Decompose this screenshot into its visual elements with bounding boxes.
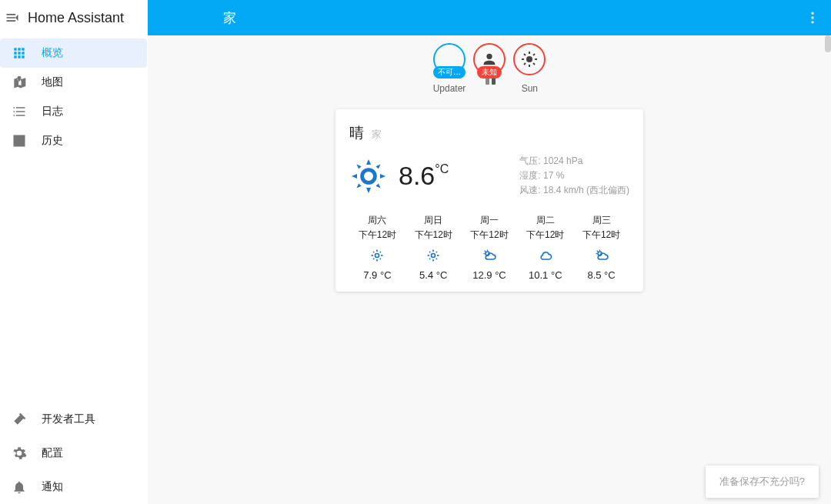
forecast-icon (573, 246, 629, 265)
sidebar-item-label: 历史 (42, 134, 63, 148)
forecast-item: 周日下午12时5.4 °C (405, 214, 462, 281)
nav-top: 概览 地图 日志 历史 (0, 35, 147, 155)
forecast-time: 下午12时 (405, 229, 462, 242)
forecast-time: 下午12时 (573, 229, 629, 242)
badge-circle (513, 43, 546, 75)
weather-card[interactable]: 晴 家 8.6°C 气压: 1024 hPa 湿度: 17 % 风速: 18.4… (335, 109, 643, 292)
weather-main-row: 8.6°C 气压: 1024 hPa 湿度: 17 % 风速: 18.4 km/… (349, 154, 629, 199)
forecast-temp: 5.4 °C (405, 269, 462, 281)
grid-icon (11, 45, 28, 62)
badge-circle: 未知 (473, 43, 506, 75)
sidebar-item-map[interactable]: 地图 (0, 68, 147, 97)
forecast-day: 周二 (517, 214, 573, 227)
svg-line-28 (373, 258, 374, 259)
bell-icon (11, 479, 28, 496)
svg-line-29 (380, 252, 381, 252)
sidebar-item-label: 日志 (42, 105, 63, 118)
svg-line-9 (533, 63, 535, 65)
menu-collapse-icon[interactable] (3, 8, 22, 27)
svg-line-35 (429, 252, 430, 252)
weather-temp: 8.6°C (399, 161, 449, 191)
overflow-menu-icon[interactable] (803, 8, 822, 27)
hammer-icon (11, 411, 28, 428)
chart-icon (11, 132, 28, 149)
forecast-item: 周三下午12时8.5 °C (573, 214, 629, 281)
list-icon (11, 103, 28, 120)
topbar-title: 家 (223, 9, 236, 27)
badge-person[interactable]: 未知 (473, 43, 506, 94)
sidebar-item-logbook[interactable]: 日志 (0, 97, 147, 126)
app-title: Home Assistant (28, 10, 124, 26)
forecast-day: 周一 (462, 214, 518, 227)
svg-line-46 (596, 250, 597, 251)
svg-marker-15 (352, 174, 357, 179)
svg-line-27 (380, 258, 381, 259)
svg-marker-19 (356, 183, 361, 188)
svg-point-0 (811, 12, 813, 15)
badge-circle: 不可… (433, 43, 466, 75)
svg-line-26 (373, 252, 374, 252)
svg-marker-13 (366, 159, 371, 165)
card-header: 晴 家 (349, 123, 629, 143)
badge-updater[interactable]: 不可… Updater (433, 43, 466, 94)
sidebar: Home Assistant 概览 地图 日志 (0, 0, 148, 504)
weather-attrs: 气压: 1024 hPa 湿度: 17 % 风速: 18.4 km/h (西北偏… (519, 154, 629, 199)
forecast-temp: 12.9 °C (462, 269, 518, 281)
sidebar-item-devtools[interactable]: 开发者工具 (0, 402, 147, 436)
forecast-time: 下午12时 (517, 229, 573, 242)
svg-line-42 (485, 250, 486, 251)
svg-line-37 (429, 258, 430, 259)
sun-icon (520, 50, 539, 68)
forecast-row: 周六下午12时7.9 °C周日下午12时5.4 °C周一下午12时12.9 °C… (349, 214, 629, 281)
scrollbar[interactable] (825, 35, 831, 52)
person-icon (481, 51, 498, 68)
badge-row: 不可… Updater 未知 (148, 43, 831, 94)
notification-text: 准备保存不充分吗? (719, 476, 805, 487)
map-icon (11, 74, 28, 91)
svg-point-30 (432, 253, 436, 257)
notification-toast[interactable]: 准备保存不充分吗? (706, 466, 819, 498)
sidebar-item-overview[interactable]: 概览 (0, 38, 147, 68)
weather-location: 家 (372, 128, 382, 142)
badge-sun[interactable]: Sun (513, 43, 546, 94)
svg-point-3 (526, 56, 532, 62)
sidebar-item-label: 地图 (42, 75, 63, 89)
svg-marker-14 (366, 188, 371, 193)
svg-marker-20 (375, 164, 380, 169)
forecast-icon (349, 246, 405, 265)
badge-pill: 不可… (433, 66, 466, 78)
svg-line-10 (524, 63, 526, 65)
forecast-temp: 8.5 °C (573, 269, 629, 281)
forecast-time: 下午12时 (462, 229, 518, 242)
gear-icon (11, 445, 28, 462)
sidebar-item-notifications[interactable]: 通知 (0, 470, 147, 504)
main-area: 家 不可… Updater (148, 0, 831, 504)
svg-line-11 (533, 54, 535, 55)
svg-marker-17 (356, 164, 361, 169)
forecast-temp: 10.1 °C (517, 269, 573, 281)
sidebar-item-history[interactable]: 历史 (0, 126, 147, 155)
forecast-day: 周六 (349, 214, 405, 227)
badge-label: Updater (433, 83, 466, 94)
sidebar-header: Home Assistant (0, 0, 147, 35)
forecast-day: 周日 (405, 214, 462, 227)
forecast-time: 下午12时 (349, 229, 405, 242)
forecast-item: 周二下午12时10.1 °C (517, 214, 573, 281)
sidebar-item-label: 配置 (42, 446, 63, 460)
svg-point-12 (362, 169, 375, 182)
topbar: 家 (148, 0, 831, 35)
forecast-item: 周一下午12时12.9 °C (462, 214, 518, 281)
badge-label: Sun (522, 83, 538, 94)
svg-line-38 (436, 252, 437, 252)
forecast-icon (517, 246, 573, 265)
forecast-item: 周六下午12时7.9 °C (349, 214, 405, 281)
nav-bottom: 开发者工具 配置 通知 (0, 402, 147, 504)
forecast-icon (405, 246, 462, 265)
svg-point-2 (811, 21, 813, 23)
weather-state: 晴 (349, 123, 364, 143)
forecast-day: 周三 (573, 214, 629, 227)
svg-point-1 (811, 16, 813, 18)
svg-line-8 (524, 54, 526, 55)
sidebar-item-label: 通知 (42, 480, 63, 494)
sidebar-item-config[interactable]: 配置 (0, 436, 147, 470)
